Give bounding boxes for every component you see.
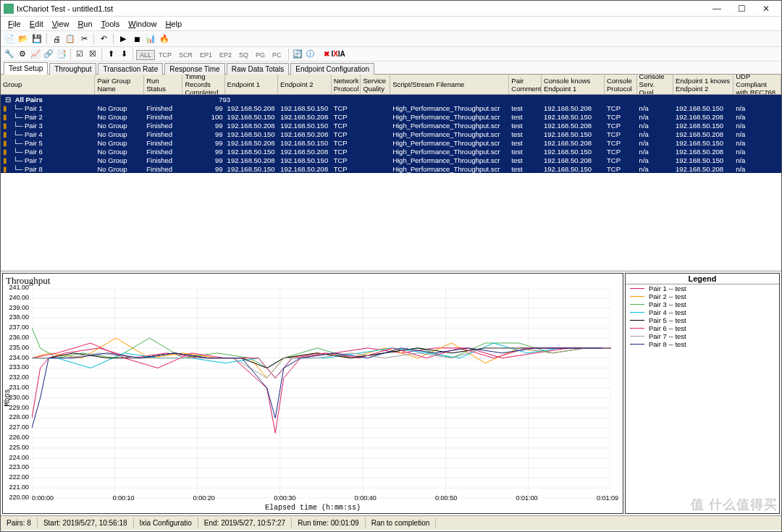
column-header[interactable]: Endpoint 2 bbox=[278, 75, 332, 94]
x-tick: 0:01:00 bbox=[516, 494, 538, 502]
tab-response-time[interactable]: Response Time bbox=[164, 63, 224, 75]
y-tick: 228.00 bbox=[4, 413, 29, 423]
column-header[interactable]: Console knows Endpoint 1 bbox=[542, 75, 605, 94]
column-header[interactable]: Network Protocol bbox=[332, 75, 361, 94]
print-icon[interactable]: 🖨 bbox=[51, 33, 62, 45]
stop-icon[interactable]: ⏹ bbox=[131, 33, 143, 45]
legend-item[interactable]: Pair 2 -- test bbox=[626, 292, 779, 300]
filter-sq[interactable]: SQ bbox=[235, 50, 252, 60]
legend-item[interactable]: Pair 5 -- test bbox=[626, 316, 779, 324]
title-bar: IxChariot Test - untitled1.tst — ☐ ✕ bbox=[1, 1, 781, 17]
column-header[interactable]: Service Quality bbox=[361, 75, 390, 94]
x-tick: 0:00:00 bbox=[32, 494, 54, 502]
column-header[interactable]: Endpoint 1 bbox=[225, 75, 279, 94]
column-header[interactable]: Group bbox=[1, 75, 95, 94]
pair-row[interactable]: ▮ └─ Pair 2No GroupFinished100192.168.50… bbox=[1, 112, 781, 121]
legend-item[interactable]: Pair 3 -- test bbox=[626, 300, 779, 308]
tab-raw-data-totals[interactable]: Raw Data Totals bbox=[227, 63, 290, 75]
filter-all[interactable]: ALL bbox=[136, 50, 155, 60]
run-icon[interactable]: ▶ bbox=[117, 33, 129, 45]
column-header[interactable]: Pair Comment bbox=[509, 75, 542, 94]
tool-icon[interactable]: ☒ bbox=[87, 48, 98, 60]
tool-icon[interactable]: 📑 bbox=[56, 48, 67, 60]
new-icon[interactable]: 📄 bbox=[4, 33, 15, 45]
tool-icon[interactable]: 🔧 bbox=[4, 48, 15, 60]
close-button[interactable]: ✕ bbox=[754, 1, 778, 16]
y-tick: 239.00 bbox=[4, 304, 29, 314]
legend-item[interactable]: Pair 4 -- test bbox=[626, 308, 779, 316]
y-tick: 224.00 bbox=[4, 454, 29, 464]
tab-endpoint-configuration[interactable]: Endpoint Configuration bbox=[290, 63, 374, 75]
app-icon bbox=[4, 4, 14, 14]
all-pairs-row[interactable]: ⊟ All Pairs793 bbox=[1, 95, 781, 104]
column-header[interactable]: Script/Stream Filename bbox=[390, 75, 509, 94]
y-tick: 237.00 bbox=[4, 324, 29, 334]
tool-icon[interactable]: ⬇ bbox=[118, 48, 130, 60]
pair-row[interactable]: ▮ └─ Pair 3No GroupFinished99192.168.50.… bbox=[1, 121, 781, 130]
legend-item[interactable]: Pair 7 -- test bbox=[626, 332, 779, 340]
tool-icon[interactable]: 🔗 bbox=[43, 48, 54, 60]
column-header[interactable]: Console Protocol bbox=[605, 75, 637, 94]
maximize-button[interactable]: ☐ bbox=[729, 1, 754, 16]
tool-icon[interactable]: ⚙ bbox=[17, 48, 28, 60]
filter-pc[interactable]: PC bbox=[269, 50, 285, 60]
x-tick: 0:00:30 bbox=[274, 494, 295, 502]
x-tick: 0:00:20 bbox=[193, 494, 215, 502]
pairs-grid[interactable]: GroupPair Group NameRun StatusTiming Rec… bbox=[1, 75, 781, 271]
menu-run[interactable]: Run bbox=[73, 18, 96, 30]
menu-help[interactable]: Help bbox=[161, 18, 186, 30]
status-bar: Pairs: 8 Start: 2019/5/27, 10:56:18 Ixia… bbox=[1, 515, 781, 530]
toolbar-main: 📄 📂 💾 🖨 📋 ✂ ↶ ▶ ⏹ 📊 🔥 bbox=[1, 31, 781, 47]
column-header[interactable]: Pair Group Name bbox=[95, 75, 144, 94]
status-runtime: Run time: 00:01:09 bbox=[292, 518, 366, 528]
ixia-logo: ✖ IXIA bbox=[324, 50, 345, 58]
pair-row[interactable]: ▮ └─ Pair 1No GroupFinished99192.168.50.… bbox=[1, 104, 781, 112]
legend-item[interactable]: Pair 8 -- test bbox=[626, 340, 779, 348]
pair-row[interactable]: ▮ └─ Pair 8No GroupFinished99192.168.50.… bbox=[1, 164, 781, 173]
column-header[interactable]: Timing Records Completed bbox=[182, 75, 224, 94]
menu-window[interactable]: Window bbox=[124, 18, 161, 30]
pair-row[interactable]: ▮ └─ Pair 7No GroupFinished99192.168.50.… bbox=[1, 156, 781, 164]
menu-file[interactable]: File bbox=[4, 18, 25, 30]
pair-row[interactable]: ▮ └─ Pair 4No GroupFinished99192.168.50.… bbox=[1, 130, 781, 138]
y-tick: 241.00 bbox=[4, 284, 29, 294]
legend-item[interactable]: Pair 1 -- test bbox=[626, 284, 779, 292]
pair-row[interactable]: ▮ └─ Pair 5No GroupFinished99192.168.50.… bbox=[1, 138, 781, 147]
pair-row[interactable]: ▮ └─ Pair 6No GroupFinished99192.168.50.… bbox=[1, 147, 781, 156]
menu-tools[interactable]: Tools bbox=[97, 18, 125, 30]
info-icon[interactable]: ⓘ bbox=[305, 48, 316, 60]
column-header[interactable]: Endpoint 1 knows Endpoint 2 bbox=[673, 75, 733, 94]
tab-transaction-rate[interactable]: Transaction Rate bbox=[98, 63, 163, 75]
chart-icon[interactable]: 📊 bbox=[145, 33, 156, 45]
legend-item[interactable]: Pair 6 -- test bbox=[626, 324, 779, 332]
y-tick: 220.00 bbox=[4, 494, 29, 504]
save-icon[interactable]: 💾 bbox=[31, 33, 43, 45]
y-tick: 233.00 bbox=[4, 363, 29, 373]
status-pairs: Pairs: 8 bbox=[1, 518, 38, 528]
minimize-button[interactable]: — bbox=[705, 1, 729, 16]
throughput-chart[interactable]: Throughput Mbps 241.00240.00239.00238.00… bbox=[2, 273, 623, 514]
filter-scr[interactable]: SCR bbox=[175, 50, 196, 60]
filter-ep2[interactable]: EP2 bbox=[216, 50, 235, 60]
tab-test-setup[interactable]: Test Setup bbox=[4, 62, 48, 75]
tool-icon[interactable]: 📈 bbox=[30, 48, 41, 60]
menu-edit[interactable]: Edit bbox=[25, 18, 48, 30]
filter-ep1[interactable]: EP1 bbox=[196, 50, 216, 60]
y-tick: 234.00 bbox=[4, 354, 29, 364]
tool-icon[interactable]: ⬆ bbox=[105, 48, 117, 60]
tab-throughput[interactable]: Throughput bbox=[49, 63, 96, 75]
flame-icon[interactable]: 🔥 bbox=[159, 33, 170, 45]
column-header[interactable]: Console Serv. Qual. bbox=[637, 75, 673, 94]
grid-header: GroupPair Group NameRun StatusTiming Rec… bbox=[1, 75, 781, 95]
tool-icon[interactable]: ☑ bbox=[74, 48, 85, 60]
column-header[interactable]: Run Status bbox=[144, 75, 182, 94]
copy-icon[interactable]: 📋 bbox=[64, 33, 76, 45]
menu-view[interactable]: View bbox=[48, 18, 74, 30]
column-header[interactable]: UDP Compliant with RFC768 bbox=[733, 75, 781, 94]
filter-pg[interactable]: PG bbox=[252, 50, 269, 60]
cut-icon[interactable]: ✂ bbox=[78, 33, 90, 45]
refresh-icon[interactable]: 🔄 bbox=[292, 48, 303, 60]
filter-tcp[interactable]: TCP bbox=[155, 50, 175, 60]
undo-icon[interactable]: ↶ bbox=[98, 33, 109, 45]
open-icon[interactable]: 📂 bbox=[17, 33, 29, 45]
